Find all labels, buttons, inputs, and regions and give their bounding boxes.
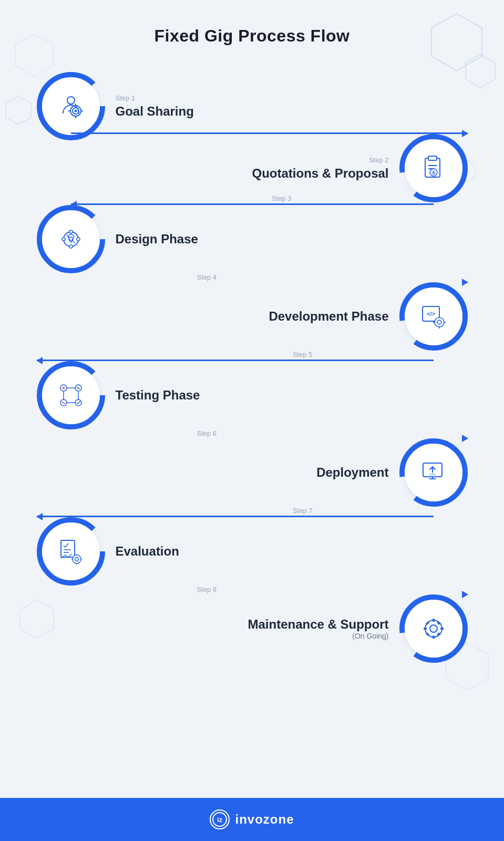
svg-rect-87 — [436, 621, 440, 625]
step-1-row: Step 1 Goal Sharing — [37, 72, 468, 140]
flow-diagram: Step 1 Goal Sharing — [37, 72, 468, 676]
step-8-circle-wrap — [399, 594, 468, 663]
step-6-name: Deployment — [316, 465, 388, 480]
step-1-name: Goal Sharing — [116, 104, 468, 119]
step-8-block: Maintenance & Support (On Going) — [37, 594, 468, 676]
step-8-subtext: (On Going) — [352, 632, 388, 640]
svg-rect-20 — [428, 156, 437, 160]
step-6-circle-wrap: </> — [399, 438, 468, 507]
step-6-label-above: Step 6 — [197, 429, 468, 437]
svg-rect-80 — [433, 619, 435, 622]
step-3-row: Design Phase — [37, 205, 468, 273]
step-6-inner: </> — [405, 444, 462, 501]
step-7-name: Evaluation — [116, 544, 468, 559]
step-6-row: </> Deployment — [37, 438, 468, 507]
evaluation-icon — [56, 536, 86, 567]
step-3-inner — [42, 210, 100, 268]
svg-marker-2 — [15, 34, 53, 77]
svg-rect-85 — [436, 632, 440, 636]
svg-point-72 — [75, 558, 78, 561]
step-7-label-above: Step 7 — [293, 507, 313, 515]
svg-point-28 — [69, 230, 73, 233]
deployment-icon: </> — [419, 458, 448, 487]
svg-text:</>: </> — [429, 472, 436, 477]
step-5-content: Testing Phase — [105, 388, 468, 403]
step-2-content: Step 2 Quotations & Proposal — [37, 156, 399, 181]
svg-point-38 — [437, 320, 441, 324]
step-7-inner — [42, 522, 100, 580]
svg-point-12 — [74, 110, 77, 112]
step-2-name: Quotations & Proposal — [252, 166, 388, 181]
brand-icon: iz — [210, 809, 230, 829]
step-1-block: Step 1 Goal Sharing — [37, 72, 468, 134]
svg-rect-68 — [61, 540, 75, 557]
connector-5-6-wrap: Step 6 — [37, 429, 468, 438]
svg-marker-3 — [6, 96, 31, 125]
step-3-block: Design Phase Step 4 — [37, 205, 468, 282]
step-7-block: Evaluation Step 8 — [37, 517, 468, 594]
connector-7-8-wrap: Step 8 — [37, 586, 468, 594]
step-5-inner — [42, 366, 100, 424]
step-2-label: Step 2 — [369, 156, 389, 164]
step-4-name: Development Phase — [269, 309, 388, 324]
step-1-circle-wrap — [37, 72, 105, 140]
step-3-name: Design Phase — [116, 232, 468, 247]
svg-point-29 — [69, 245, 73, 248]
step-4-label-above: Step 4 — [197, 273, 468, 281]
footer-logo: iz invozone — [210, 809, 294, 829]
step-7-circle-wrap — [37, 517, 105, 586]
bg-hex-2 — [462, 53, 499, 89]
step-3-label-above: Step 3 — [272, 194, 292, 202]
svg-point-9 — [67, 97, 75, 104]
step-1-label: Step 1 — [116, 94, 468, 102]
step-5-block: Testing Phase Step 6 — [37, 361, 468, 438]
svg-point-30 — [62, 238, 65, 241]
svg-marker-1 — [466, 55, 495, 88]
step-1-content: Step 1 Goal Sharing — [105, 94, 468, 119]
step-2-circle-wrap: $ — [399, 134, 468, 202]
svg-point-31 — [77, 238, 80, 241]
step-5-label-above: Step 5 — [293, 351, 313, 358]
svg-rect-81 — [433, 635, 435, 639]
testing-icon — [56, 380, 86, 411]
maintenance-icon — [418, 613, 449, 644]
brand-name: invozone — [235, 812, 294, 827]
connector-4-5-wrap: Step 5 — [37, 351, 468, 361]
step-4-block: </> Development Phase — [37, 282, 468, 361]
step-8-label-above: Step 8 — [197, 586, 468, 593]
page-title: Fixed Gig Process Flow — [155, 26, 350, 46]
step-8-content: Maintenance & Support (On Going) — [37, 617, 399, 640]
bg-hex-4 — [3, 95, 34, 126]
logo-svg: iz — [212, 812, 227, 827]
step-4-circle-wrap: </> — [399, 282, 468, 351]
development-icon: </> — [418, 301, 449, 332]
step-5-row: Testing Phase — [37, 361, 468, 429]
step-6-content: Deployment — [37, 465, 399, 480]
step-8-name: Maintenance & Support — [248, 617, 388, 632]
design-icon — [56, 224, 86, 254]
step-8-row: Maintenance & Support (On Going) — [37, 594, 468, 663]
step-2-row: $ Step 2 Quotations & Proposal — [37, 134, 468, 202]
step-5-circle-wrap — [37, 361, 105, 429]
svg-text:</>: </> — [427, 311, 435, 317]
step-5-name: Testing Phase — [116, 388, 468, 403]
footer: iz invozone — [0, 798, 504, 841]
connector-6-7-wrap: Step 7 — [37, 507, 468, 517]
step-2-block: $ Step 2 Quotations & Proposal Step 3 — [37, 134, 468, 205]
step-6-block: </> Deployment Step 7 — [37, 438, 468, 517]
step-2-inner: $ — [405, 139, 462, 197]
arrow-left-1 — [71, 203, 434, 205]
svg-rect-83 — [440, 628, 444, 630]
main-content: Fixed Gig Process Flow — [0, 0, 504, 798]
svg-point-79 — [430, 625, 437, 632]
step-4-content: Development Phase — [37, 309, 399, 324]
step-4-row: </> Development Phase — [37, 282, 468, 351]
step-8-inner — [405, 600, 462, 658]
svg-text:$: $ — [432, 170, 435, 176]
svg-rect-82 — [424, 628, 427, 630]
quotation-icon: $ — [419, 154, 448, 183]
step-3-content: Design Phase — [105, 232, 468, 247]
step-7-row: Evaluation — [37, 517, 468, 586]
step-7-content: Evaluation — [105, 544, 468, 559]
step-4-inner: </> — [405, 288, 462, 345]
